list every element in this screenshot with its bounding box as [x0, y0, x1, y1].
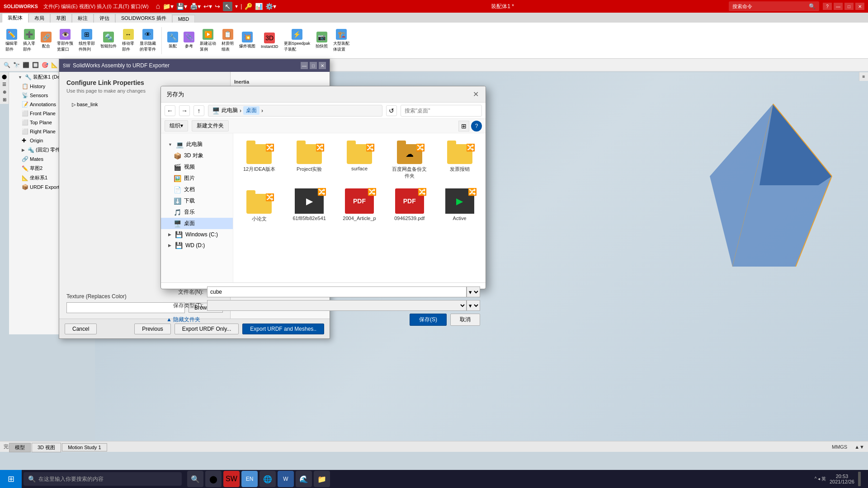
file-item-baidu[interactable]: ☁ 🔀 百度网盘备份文件夹 [387, 137, 432, 181]
saveas-filetype-dropdown[interactable]: ▾ [467, 300, 480, 311]
toolbar-icon-5[interactable]: 🎯 [42, 62, 48, 68]
hide-folders-btn[interactable]: ▲ 隐藏文件夹 [166, 316, 200, 324]
taskbar-icon-sw[interactable]: SW [223, 471, 240, 487]
sidebar-videos[interactable]: 🎬 视频 [161, 161, 233, 173]
left-tool-3[interactable]: ⊕ [3, 89, 6, 94]
saveas-back-btn[interactable]: ← [165, 105, 175, 116]
taskbar-icon-folder[interactable]: 📁 [314, 471, 330, 487]
ribbon-btn-assemble[interactable]: 🔧 装配 [165, 31, 180, 50]
tab-mbd[interactable]: MBD [172, 15, 195, 23]
saveas-refresh-btn[interactable]: ↺ [386, 105, 397, 116]
ribbon-btn-large[interactable]: 🏗️ 大型装配体设置 [331, 28, 351, 53]
tab-sketch[interactable]: 草图 [50, 14, 72, 23]
tab-motion-study[interactable]: Motion Study 1 [62, 443, 107, 451]
saveas-filename-dropdown[interactable]: ▾ [467, 286, 480, 297]
left-tool-4[interactable]: ⊞ [3, 97, 6, 102]
left-tool-1[interactable]: ⬤ [2, 74, 7, 79]
toolbar-icon-3[interactable]: ⬛ [23, 62, 29, 68]
tab-3d-view[interactable]: 3D 视图 [32, 443, 61, 452]
file-item-pdf1[interactable]: PDF 🔀 2004_Article_p [337, 187, 382, 224]
ribbon-btn-preview[interactable]: 👁️ 零部件预览窗口 [55, 28, 75, 53]
start-button[interactable]: ⊞ [0, 470, 22, 488]
configure-minimize-btn[interactable]: — [301, 62, 308, 69]
tab-annotation[interactable]: 标注 [72, 14, 94, 23]
taskbar-icon-cortana[interactable]: ⬤ [205, 471, 222, 487]
taskbar-icon-en[interactable]: EN [241, 471, 258, 487]
ribbon-btn-explode[interactable]: 💥 爆炸视图 [237, 31, 257, 50]
file-item-pdf2[interactable]: PDF 🔀 09462539.pdf [387, 187, 432, 224]
file-item-idea[interactable]: 🔀 12月IDEA版本 [237, 137, 282, 181]
notification-panel-btn[interactable] [858, 472, 861, 486]
saveas-save-btn[interactable]: 保存(S) [410, 314, 447, 326]
view-toggle-btn[interactable]: ⊞ [458, 121, 469, 131]
ribbon-btn-snapshot[interactable]: 📷 拍快照 [314, 31, 330, 50]
taskbar-icon-search[interactable]: 🔍 [187, 471, 203, 487]
file-item-project[interactable]: 🔀 Project实验 [287, 137, 332, 181]
ribbon-btn-mate[interactable]: 🔗 配合 [39, 31, 53, 50]
taskbar-icons: 🔍 ⬤ SW EN 🌐 W 🌊 📁 [187, 471, 330, 487]
breadcrumb-desktop[interactable]: 桌面 [243, 106, 259, 115]
ribbon-btn-edit[interactable]: ✏️ 编辑零部件 [4, 28, 19, 53]
sw-minimize-btn[interactable]: ? [823, 3, 832, 10]
ribbon-btn-array[interactable]: ⊞ 线性零部件阵列 [77, 28, 97, 53]
file-item-active[interactable]: ▶ 🔀 Active [437, 187, 482, 224]
ribbon-btn-showhide[interactable]: 👁 显示隐藏的零零件 [138, 28, 158, 53]
new-folder-btn[interactable]: 新建文件夹 [192, 120, 229, 131]
saveas-close-btn[interactable]: ✕ [471, 90, 480, 99]
sidebar-music[interactable]: 🎵 音乐 [161, 206, 233, 218]
sidebar-pictures[interactable]: 🖼️ 图片 [161, 173, 233, 184]
organize-btn[interactable]: 组织▾ [165, 120, 188, 131]
ribbon-btn-smart[interactable]: 🔩 智能扣件 [99, 31, 118, 50]
ribbon-btn-speedpak[interactable]: ⚡ 更新Speedpak子装配 [282, 28, 312, 53]
sidebar-downloads[interactable]: ⬇️ 下载 [161, 195, 233, 206]
right-tool-1[interactable]: ≡ [863, 74, 865, 79]
file-item-thesis[interactable]: 🔀 小论文 [237, 187, 282, 224]
configure-close-btn[interactable]: ✕ [319, 62, 326, 69]
tab-layout[interactable]: 布局 [28, 14, 50, 23]
saveas-cancel-btn[interactable]: 取消 [450, 314, 480, 326]
file-item-invoice[interactable]: 🔀 发票报销 [437, 137, 482, 181]
sidebar-this-pc[interactable]: ▼ 💻 此电脑 [161, 139, 233, 150]
saveas-filetype-select[interactable] [207, 300, 467, 311]
saveas-titlebar: 另存为 ✕ [161, 86, 486, 103]
sidebar-desktop[interactable]: 🖥️ 桌面 [161, 218, 233, 229]
ribbon-btn-insert[interactable]: ➕ 插入零部件 [21, 28, 37, 53]
sw-maximize-btn[interactable]: □ [844, 3, 854, 10]
left-tool-2[interactable]: ☰ [2, 82, 6, 87]
configure-maximize-btn[interactable]: □ [310, 62, 317, 69]
taskbar-icon-baidu[interactable]: 🌊 [296, 471, 312, 487]
ribbon-btn-move[interactable]: ↔️ 移动零部件 [120, 28, 136, 53]
cancel-button[interactable]: Cancel [65, 324, 97, 334]
ribbon-btn-bom[interactable]: 📋 材质明细表 [220, 28, 236, 53]
search-input-sw[interactable]: 搜索命令 [732, 3, 752, 10]
tab-evaluate[interactable]: 评估 [94, 14, 115, 23]
toolbar-icon-2[interactable]: 🔭 [13, 62, 20, 68]
ribbon-btn-ref[interactable]: 📎 参考 [182, 31, 196, 50]
help-btn-saveas[interactable]: ? [471, 121, 482, 131]
ribbon-btn-instant3d[interactable]: 3D Instant3D [259, 32, 280, 50]
file-item-video1[interactable]: ▶ 🔀 61f85fb82e541 [287, 187, 332, 224]
sidebar-wd-d[interactable]: ▶ 💾 WD (D:) [161, 240, 233, 251]
sw-help-btn[interactable]: — [834, 3, 843, 10]
sw-statusbar: 完全定义 在编辑 装配体 MMGS ▲▼ [0, 441, 868, 452]
sidebar-docs[interactable]: 📄 文档 [161, 184, 233, 195]
taskbar-icon-word[interactable]: W [278, 471, 294, 487]
saveas-search-input[interactable] [401, 105, 482, 117]
saveas-filename-input[interactable] [207, 286, 467, 297]
toolbar-icon-1[interactable]: 🔍 [4, 62, 10, 68]
tab-assembly[interactable]: 装配体 [2, 13, 28, 23]
taskbar-icon-chrome[interactable]: 🌐 [259, 471, 276, 487]
tab-model[interactable]: 模型 [9, 443, 31, 452]
sidebar-3d-objects[interactable]: 📦 3D 对象 [161, 150, 233, 161]
saveas-forward-btn[interactable]: → [179, 105, 190, 116]
saveas-up-btn[interactable]: ↑ [193, 105, 204, 116]
sw-close-btn[interactable]: ✕ [855, 3, 864, 10]
file-item-surface[interactable]: 🔀 surface [337, 137, 382, 181]
toolbar-icon-4[interactable]: 🔲 [32, 62, 39, 68]
sidebar-windows-c[interactable]: ▶ 💾 Windows (C:) [161, 229, 233, 240]
tab-sw-plugins[interactable]: SOLIDWORKS 插件 [115, 14, 172, 23]
taskbar-search[interactable]: 🔍 在这里输入你要搜索的内容 [24, 472, 182, 486]
ribbon-btn-motion[interactable]: ▶️ 新建运动算例 [198, 28, 218, 53]
sw-logo-small: SW [63, 63, 70, 68]
toolbar-icon-6[interactable]: 📐 [51, 62, 58, 68]
